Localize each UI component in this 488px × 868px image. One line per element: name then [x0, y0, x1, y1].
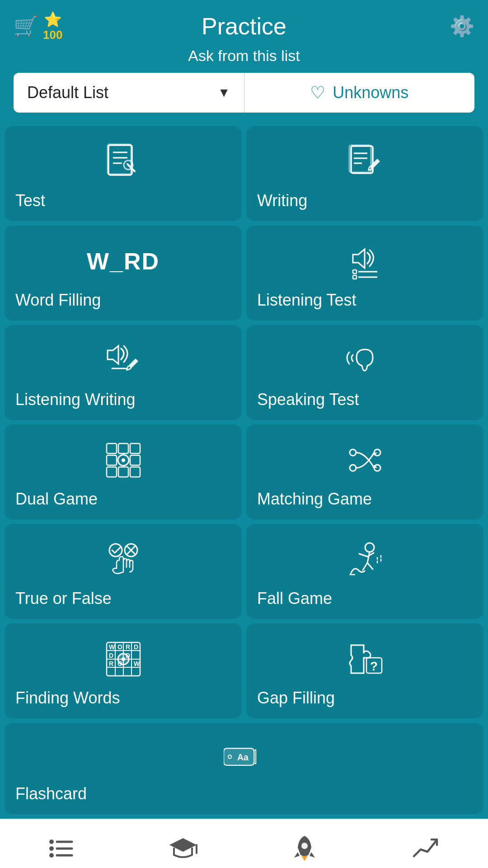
list-selector-row: Default List ▼ ♡ Unknowns — [14, 73, 474, 113]
svg-marker-13 — [353, 249, 365, 268]
svg-text:O: O — [117, 643, 122, 651]
svg-rect-28 — [107, 467, 117, 477]
dropdown-arrow-icon: ▼ — [218, 85, 230, 100]
svg-point-66 — [49, 853, 54, 858]
nav-item-stats[interactable] — [412, 836, 441, 861]
tile-word-filling[interactable]: W_RD Word Filling — [5, 226, 242, 321]
tile-fall-game[interactable]: Fall Game — [246, 524, 483, 619]
tile-test-label: Test — [15, 191, 45, 210]
tile-writing-label: Writing — [257, 191, 307, 210]
bottom-nav — [0, 819, 488, 868]
rocket-nav-icon — [292, 835, 317, 862]
header: 🛒 ⭐ 100 Practice ⚙️ Ask from this list D… — [0, 0, 488, 122]
cart-icon[interactable]: 🛒 — [14, 14, 38, 38]
tile-gap-filling[interactable]: ? Gap Filling — [246, 623, 483, 718]
speaking-test-icon — [257, 339, 473, 383]
tile-gap-filling-label: Gap Filling — [257, 689, 335, 708]
svg-rect-21 — [107, 443, 117, 453]
tile-listening-writing-label: Listening Writing — [15, 390, 135, 409]
svg-text:R: R — [126, 643, 130, 651]
matching-game-icon — [257, 438, 473, 482]
points-container: ⭐ 100 — [43, 11, 62, 42]
svg-point-37 — [109, 544, 122, 557]
svg-rect-29 — [118, 467, 128, 477]
points-value: 100 — [43, 28, 62, 42]
svg-rect-22 — [118, 443, 128, 453]
main-content: Test Writing W_RD Word Filling — [0, 122, 488, 819]
tile-word-filling-label: Word Filling — [15, 291, 101, 310]
flashcard-icon: Aa — [15, 736, 473, 777]
word-filling-text: W_RD — [87, 248, 160, 275]
nav-item-rocket[interactable] — [292, 835, 317, 862]
writing-icon — [257, 140, 473, 184]
tile-matching-game[interactable]: Matching Game — [246, 425, 483, 519]
svg-rect-23 — [130, 443, 140, 453]
finding-words-icon: W O R D D D R O W — [15, 637, 231, 681]
svg-point-59 — [122, 657, 125, 661]
tile-finding-words[interactable]: W O R D D D R O W Finding Words — [5, 623, 242, 718]
gap-filling-icon: ? — [257, 637, 473, 681]
stats-nav-icon — [412, 836, 441, 861]
settings-icon[interactable]: ⚙️ — [450, 15, 474, 37]
svg-point-31 — [350, 449, 356, 456]
default-list-label: Default List — [27, 83, 108, 102]
tile-matching-game-label: Matching Game — [257, 490, 372, 509]
nav-item-practice[interactable] — [169, 836, 198, 861]
header-right: ⚙️ — [450, 14, 474, 38]
test-icon — [15, 140, 231, 184]
header-left: 🛒 ⭐ 100 — [14, 11, 62, 42]
word-filling-icon: W_RD — [15, 239, 231, 283]
tile-listening-writing[interactable]: Listening Writing — [5, 325, 242, 420]
tile-true-or-false-label: True or False — [15, 589, 112, 608]
svg-point-39 — [365, 543, 374, 552]
tile-true-or-false[interactable]: True or False — [5, 524, 242, 619]
default-list-button[interactable]: Default List ▼ — [14, 73, 244, 113]
unknowns-button[interactable]: ♡ Unknowns — [244, 73, 475, 113]
fall-game-icon — [257, 538, 473, 582]
tile-finding-words-label: Finding Words — [15, 689, 120, 708]
dual-game-icon — [15, 438, 231, 482]
svg-text:Aa: Aa — [237, 752, 249, 762]
svg-rect-6 — [351, 146, 373, 173]
tile-dual-game[interactable]: Dual Game — [5, 425, 242, 519]
tile-speaking-test[interactable]: Speaking Test — [246, 325, 483, 420]
tile-listening-test[interactable]: Listening Test — [246, 226, 483, 321]
svg-text:W: W — [109, 643, 115, 651]
nav-item-list[interactable] — [47, 837, 74, 860]
tile-flashcard-label: Flashcard — [15, 784, 87, 803]
true-or-false-icon — [15, 538, 231, 582]
svg-rect-14 — [353, 270, 357, 274]
svg-text:D: D — [109, 652, 113, 659]
tile-test[interactable]: Test — [5, 126, 242, 221]
tile-listening-test-label: Listening Test — [257, 291, 356, 310]
header-top: 🛒 ⭐ 100 Practice ⚙️ — [14, 13, 474, 40]
tile-dual-game-label: Dual Game — [15, 490, 98, 509]
svg-rect-30 — [130, 467, 140, 477]
star-icon: ⭐ — [44, 11, 62, 28]
header-title: Practice — [202, 13, 286, 40]
svg-point-72 — [301, 843, 308, 849]
svg-rect-24 — [107, 455, 117, 465]
svg-point-65 — [49, 846, 54, 851]
tile-fall-game-label: Fall Game — [257, 589, 332, 608]
svg-text:W: W — [134, 660, 140, 667]
svg-marker-18 — [108, 346, 118, 364]
svg-point-26 — [122, 458, 125, 462]
svg-rect-16 — [353, 275, 357, 279]
listening-writing-icon — [15, 339, 231, 383]
listening-test-icon — [257, 239, 473, 283]
svg-text:D: D — [134, 643, 138, 651]
list-nav-icon — [47, 837, 74, 860]
svg-point-32 — [350, 465, 356, 471]
tile-speaking-test-label: Speaking Test — [257, 390, 359, 409]
svg-point-64 — [49, 840, 54, 844]
svg-text:R: R — [109, 660, 113, 667]
heart-icon: ♡ — [310, 83, 325, 103]
ask-label: Ask from this list — [188, 47, 300, 65]
unknowns-label: Unknowns — [333, 83, 408, 102]
svg-text:?: ? — [370, 659, 378, 673]
svg-rect-27 — [130, 455, 140, 465]
tile-writing[interactable]: Writing — [246, 126, 483, 221]
tile-flashcard[interactable]: Aa Flashcard — [5, 723, 483, 814]
graduation-nav-icon — [169, 836, 198, 861]
